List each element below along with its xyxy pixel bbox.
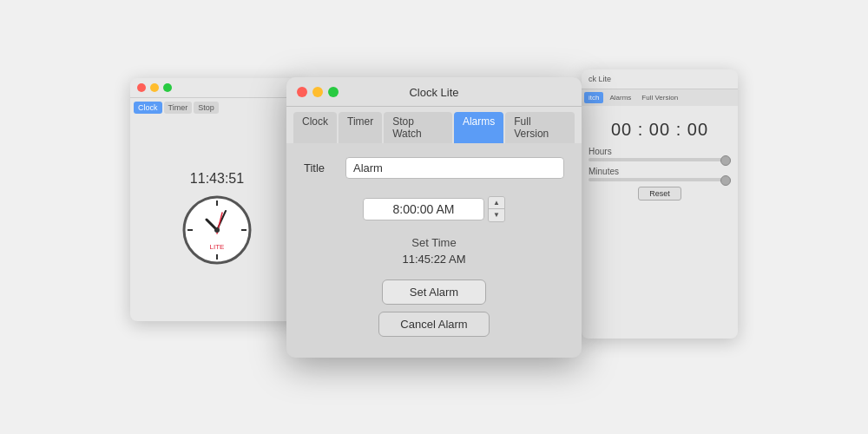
stepper-down-btn[interactable]: ▼ [489,209,504,221]
dot-yellow-icon [150,83,159,92]
time-picker-row: ▲ ▼ [304,196,564,222]
bg-right-content: 00 : 00 : 00 Hours Minutes Reset [582,106,738,213]
bg-left-titlebar [130,78,304,98]
bg-right-reset-btn: Reset [638,187,681,201]
bg-right-hours-slider [589,158,731,161]
app-scene: Clock Timer Stop 11:43:51 [130,52,738,382]
set-alarm-button[interactable]: Set Alarm [382,279,486,305]
set-time-label: Set Time [304,236,564,249]
bg-left-tabs: Clock Timer Stop [130,98,304,114]
bg-right-minutes-label: Minutes [589,167,731,176]
stepper-up-btn[interactable]: ▲ [489,197,504,209]
maximize-button[interactable] [328,87,339,97]
tab-timer[interactable]: Timer [339,112,382,143]
cancel-alarm-button[interactable]: Cancel Alarm [378,312,489,337]
bg-right-tab-2: Full Version [637,92,682,103]
title-row: Title [304,157,564,179]
current-time-display: 11:45:22 AM [304,253,564,266]
bg-left-tab-stop: Stop [194,102,219,114]
bg-left-tab-timer: Timer [164,102,193,114]
bg-left-tab-clock: Clock [134,102,162,114]
svg-point-8 [214,227,220,233]
close-button[interactable] [297,87,307,97]
svg-text:LITE: LITE [210,243,225,251]
bg-right-tab-0: itch [584,92,603,103]
bg-right-minutes-slider [589,178,731,181]
tab-stopwatch[interactable]: Stop Watch [384,112,452,143]
tab-full-version[interactable]: Full Version [505,112,575,143]
clock-face-area: 11:43:51 [130,114,304,321]
set-time-section: Set Time 11:45:22 AM [304,236,564,266]
main-body: Title ▲ ▼ Set Time 11:45:22 AM Set Alarm… [286,143,582,358]
minimize-button[interactable] [312,87,323,97]
main-window: Clock Lite Clock Timer Stop Watch Alarms… [286,77,582,358]
bg-right-title: ck Lite [589,75,611,83]
title-field-label: Title [304,161,335,174]
tab-clock[interactable]: Clock [293,112,337,143]
main-titlebar: Clock Lite [286,77,582,107]
bg-right-tab-1: Alarms [605,92,635,103]
time-input[interactable] [363,198,484,220]
bg-right-tabs: itch Alarms Full Version [582,89,738,106]
tab-alarms[interactable]: Alarms [454,112,503,143]
time-stepper: ▲ ▼ [488,196,505,222]
bg-right-stopwatch: 00 : 00 : 00 [589,120,731,140]
main-tabs: Clock Timer Stop Watch Alarms Full Versi… [286,107,582,143]
title-input[interactable] [345,157,564,179]
dot-green-icon [163,83,172,92]
bg-right-titlebar: ck Lite [582,69,738,89]
analog-clock: LITE [182,195,252,265]
bg-window-right: ck Lite itch Alarms Full Version 00 : 00… [582,69,738,339]
dot-red-icon [137,83,146,92]
bg-window-left: Clock Timer Stop 11:43:51 [130,78,304,321]
bg-right-hours-label: Hours [589,147,731,156]
traffic-lights [297,87,339,97]
bg-clock-time: 11:43:51 [190,171,244,187]
